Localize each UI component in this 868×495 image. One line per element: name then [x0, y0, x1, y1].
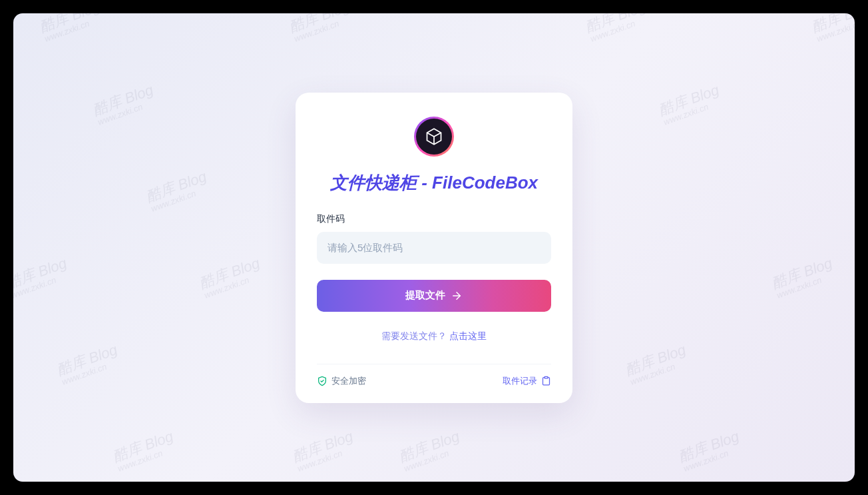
history-label: 取件记录 — [503, 375, 537, 387]
code-label: 取件码 — [317, 213, 551, 225]
arrow-right-icon — [451, 290, 463, 302]
page-container: 酷库 Blogwww.zxki.cn 酷库 Blogwww.zxki.cn 酷库… — [13, 13, 855, 482]
secure-badge: 安全加密 — [317, 375, 366, 387]
code-input[interactable] — [317, 232, 551, 264]
clipboard-icon — [541, 376, 551, 386]
send-link-action: 点击这里 — [449, 330, 487, 341]
submit-button[interactable]: 提取文件 — [317, 280, 551, 312]
app-title: 文件快递柜 - FileCodeBox — [317, 171, 551, 195]
send-file-link[interactable]: 需要发送文件？ 点击这里 — [317, 330, 551, 342]
main-card: 文件快递柜 - FileCodeBox 取件码 提取文件 需要发送文件？ 点击这… — [296, 93, 572, 403]
secure-label: 安全加密 — [331, 375, 366, 387]
app-logo — [414, 117, 454, 157]
logo-container — [317, 117, 551, 157]
history-link[interactable]: 取件记录 — [503, 375, 551, 387]
cube-icon — [425, 127, 443, 146]
card-footer: 安全加密 取件记录 — [317, 364, 551, 387]
shield-check-icon — [317, 376, 327, 386]
submit-button-label: 提取文件 — [405, 289, 445, 302]
send-link-question: 需要发送文件？ — [381, 330, 447, 341]
svg-rect-1 — [544, 376, 548, 378]
